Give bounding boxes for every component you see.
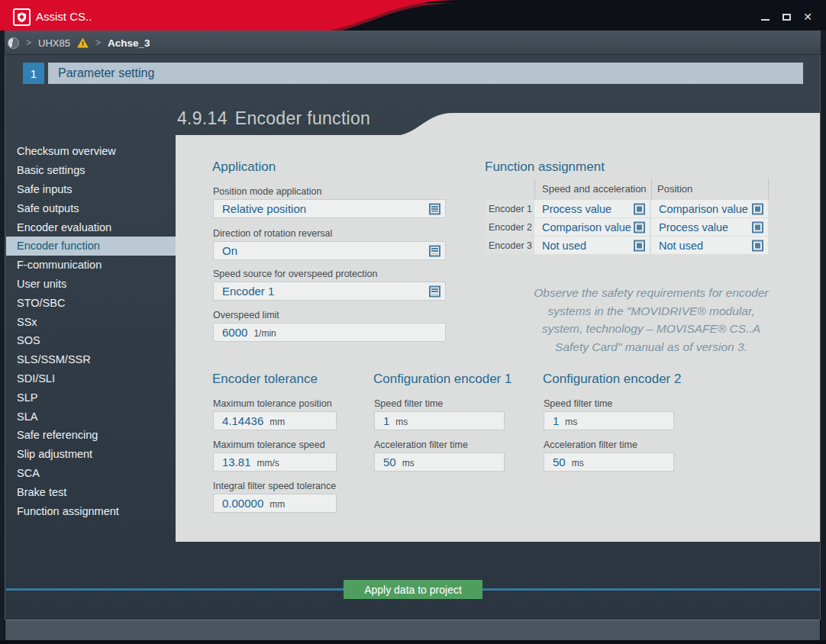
sidebar-item-label: SLS/SSM/SSR — [17, 353, 91, 365]
row-label-encoder-1: Encoder 1 — [485, 200, 533, 217]
sidebar-item-safe-referencing[interactable]: Safe referencing — [6, 426, 176, 445]
sidebar-item-checksum-overview[interactable]: Checksum overview — [6, 142, 176, 161]
sidebar-item-label: STO/SBC — [17, 297, 65, 309]
window-border-right — [821, 31, 826, 644]
sidebar-item-f-communication[interactable]: F-communication — [6, 256, 176, 275]
sidebar-item-label: Safe inputs — [17, 183, 73, 195]
field-unit: mm/s — [257, 458, 279, 469]
sidebar-item-safe-outputs[interactable]: Safe outputs — [6, 198, 176, 217]
window-controls: ✕ — [759, 11, 814, 23]
cell-value: Process value — [659, 221, 728, 233]
step-label: Parameter setting — [58, 66, 154, 80]
position-mode-application-dropdown[interactable]: Relative position — [213, 199, 446, 218]
page-title-text: Encoder function — [235, 108, 370, 128]
encoder3-position-dropdown[interactable]: Not used — [651, 237, 768, 254]
encoder1-position-dropdown[interactable]: Comparison value — [651, 200, 768, 217]
dropdown-square-icon[interactable] — [752, 203, 763, 214]
dropdown-square-icon[interactable] — [752, 221, 763, 233]
app-title: Assist CS.. — [36, 10, 92, 23]
field-unit: ms — [572, 458, 584, 469]
max-tolerance-speed-input[interactable]: 13.81 mm/s — [213, 452, 337, 472]
field-label: Acceleration filter time — [544, 440, 637, 450]
integral-filter-speed-tolerance-input[interactable]: 0.00000 mm — [213, 494, 337, 513]
dropdown-list-icon[interactable] — [429, 285, 440, 297]
field-value: 1 — [553, 414, 559, 427]
encoder1-speed-dropdown[interactable]: Process value — [534, 200, 650, 217]
square-fill-icon — [637, 224, 642, 230]
globe-icon[interactable] — [8, 37, 19, 49]
sidebar-item-slp[interactable]: SLP — [6, 388, 176, 407]
minimize-icon — [761, 19, 770, 21]
sidebar-item-sto-sbc[interactable]: STO/SBC — [6, 293, 176, 312]
row-label-encoder-2: Encoder 2 — [485, 218, 533, 236]
sidebar-item-function-assignment[interactable]: Function assignment — [6, 501, 176, 520]
table-divider — [651, 179, 652, 200]
sidebar-item-ssx[interactable]: SSx — [6, 312, 176, 331]
sidebar-item-encoder-evaluation[interactable]: Encoder evaluation — [6, 217, 176, 237]
enc2-acceleration-filter-time-input[interactable]: 50 ms — [544, 452, 674, 472]
sidebar-item-brake-test[interactable]: Brake test — [6, 482, 176, 501]
apply-data-button[interactable]: Apply data to project — [344, 580, 482, 599]
sidebar-item-label: SLA — [17, 411, 37, 423]
page-section-number: 4.9.14 — [177, 108, 227, 128]
direction-of-rotation-reversal-dropdown[interactable]: On — [213, 241, 446, 260]
dropdown-list-icon[interactable] — [429, 203, 440, 214]
sidebar-item-slip-adjustment[interactable]: Slip adjustment — [6, 445, 176, 464]
square-fill-icon — [637, 206, 642, 211]
breadcrumb-device[interactable]: UHX85 — [38, 37, 70, 49]
sidebar-item-sca[interactable]: SCA — [6, 464, 176, 483]
sidebar-item-sos[interactable]: SOS — [6, 331, 176, 350]
minimize-button[interactable] — [759, 11, 771, 22]
close-button[interactable]: ✕ — [802, 11, 814, 22]
encoder2-position-dropdown[interactable]: Process value — [651, 218, 768, 236]
field-unit: ms — [395, 417, 408, 427]
field-label: Integral filter speed tolerance — [213, 481, 336, 491]
sidebar-item-label: User units — [17, 278, 66, 290]
sidebar-item-label: Function assignment — [17, 505, 119, 517]
overspeed-limit-input[interactable]: 6000 1/min — [213, 323, 446, 342]
panel-curve — [382, 112, 821, 136]
speed-source-overspeed-dropdown[interactable]: Encoder 1 — [213, 282, 446, 301]
step-header[interactable]: Parameter setting — [48, 63, 803, 84]
maximize-icon — [782, 14, 791, 21]
sidebar-item-label: Basic settings — [17, 164, 85, 176]
sidebar-item-safe-inputs[interactable]: Safe inputs — [6, 180, 176, 199]
shield-icon — [16, 11, 27, 23]
breadcrumb-axis[interactable]: Achse_3 — [108, 37, 150, 49]
title-bar: Assist CS.. ✕ — [0, 0, 826, 31]
app-logo — [13, 8, 31, 26]
square-fill-icon — [755, 206, 760, 211]
sidebar-item-sdi-sli[interactable]: SDI/SLI — [6, 369, 176, 388]
sidebar-item-encoder-function[interactable]: Encoder function — [6, 237, 176, 256]
field-label: Overspeed limit — [213, 310, 279, 320]
sidebar-item-label: F-communication — [17, 259, 102, 271]
sidebar-item-label: Safe referencing — [17, 429, 98, 441]
encoder2-speed-dropdown[interactable]: Comparison value — [534, 218, 650, 236]
field-label: Direction of rotation reversal — [213, 228, 332, 239]
note-line: Safety Card" manual as of version 3. — [495, 338, 808, 356]
sidebar-item-basic-settings[interactable]: Basic settings — [6, 161, 176, 180]
note-line: systems in the "MOVIDRIVE® modular, — [495, 302, 808, 320]
sidebar-item-user-units[interactable]: User units — [6, 275, 176, 294]
field-value: 1 — [383, 414, 389, 427]
maximize-button[interactable] — [780, 11, 792, 22]
square-fill-icon — [637, 243, 642, 248]
column-header-position: Position — [657, 183, 692, 195]
field-unit: mm — [269, 499, 285, 510]
enc2-speed-filter-time-input[interactable]: 1 ms — [544, 411, 674, 430]
dropdown-square-icon[interactable] — [752, 240, 763, 251]
enc1-acceleration-filter-time-input[interactable]: 50 ms — [374, 452, 505, 472]
dropdown-square-icon[interactable] — [634, 221, 645, 233]
dropdown-list-icon[interactable] — [429, 245, 440, 256]
enc1-speed-filter-time-input[interactable]: 1 ms — [374, 411, 505, 430]
sidebar-item-sls-ssm-ssr[interactable]: SLS/SSM/SSR — [6, 350, 176, 369]
sidebar-item-label: SCA — [17, 467, 40, 479]
cell-value: Not used — [542, 240, 586, 252]
encoder3-speed-dropdown[interactable]: Not used — [534, 237, 650, 254]
close-icon: ✕ — [803, 11, 812, 22]
application-heading: Application — [212, 159, 276, 175]
dropdown-square-icon[interactable] — [634, 240, 645, 251]
dropdown-square-icon[interactable] — [634, 203, 645, 214]
sidebar-item-sla[interactable]: SLA — [6, 407, 176, 426]
max-tolerance-position-input[interactable]: 4.14436 mm — [213, 411, 337, 430]
